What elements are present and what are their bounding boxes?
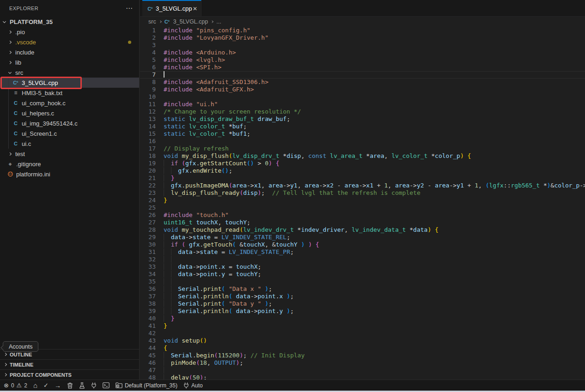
line-number[interactable]: 17 [140, 145, 156, 152]
pio-terminal-button[interactable] [103, 380, 110, 391]
code-line-12[interactable]: 12/* Change to your screen resolution */ [140, 108, 585, 115]
pio-serial-monitor-button[interactable] [91, 380, 97, 391]
line-number[interactable]: 15 [140, 130, 156, 138]
tree-item--vscode[interactable]: .vscode [0, 37, 139, 47]
line-number[interactable]: 41 [140, 322, 156, 330]
line-number[interactable]: 43 [140, 337, 156, 344]
line-number[interactable]: 25 [140, 204, 156, 211]
line-number[interactable]: 6 [140, 64, 156, 71]
line-number[interactable]: 30 [140, 241, 156, 248]
code-line-17[interactable]: 17// Display refresh [140, 145, 585, 152]
tree-item-lib[interactable]: lib [0, 57, 139, 67]
tab-3-5lvgl-cpp[interactable]: C+ 3_5LVGL.cpp ✕ [142, 0, 201, 16]
code-line-35[interactable]: 35 [140, 278, 585, 285]
line-number[interactable]: 8 [140, 78, 156, 86]
code-line-29[interactable]: 29 data->state = LV_INDEV_STATE_REL; [140, 234, 585, 241]
line-number[interactable]: 5 [140, 56, 156, 64]
code-line-15[interactable]: 15static lv_color_t *buf1; [140, 130, 585, 138]
pio-home-button[interactable]: ⌂ [33, 380, 37, 391]
breadcrumb-folder[interactable]: src [148, 18, 156, 25]
code-line-21[interactable]: 21 } [140, 175, 585, 182]
line-number[interactable]: 34 [140, 271, 156, 278]
tree-item-src[interactable]: src [0, 67, 139, 78]
code-line-39[interactable]: 39 Serial.println( data->point.y ); [140, 308, 585, 315]
line-number[interactable]: 40 [140, 315, 156, 322]
line-number[interactable]: 45 [140, 352, 156, 359]
pio-test-button[interactable] [79, 380, 85, 391]
section-timeline[interactable]: TIMELINE [0, 359, 139, 369]
code-line-19[interactable]: 19 if (gfx.getStartCount() > 0) { [140, 160, 585, 167]
code-line-43[interactable]: 43void setup() [140, 337, 585, 344]
serial-port-auto[interactable]: Auto [183, 380, 203, 391]
line-number[interactable]: 2 [140, 34, 156, 42]
code-line-6[interactable]: 6#include <SPI.h> [140, 64, 585, 71]
line-number[interactable]: 27 [140, 219, 156, 226]
code-line-23[interactable]: 23 lv_disp_flush_ready(disp); // Tell lv… [140, 189, 585, 197]
code-line-11[interactable]: 11#include "ui.h" [140, 101, 585, 108]
code-line-26[interactable]: 26#include "touch.h" [140, 211, 585, 219]
code-line-32[interactable]: 32 [140, 256, 585, 263]
line-number[interactable]: 18 [140, 152, 156, 160]
tree-item-include[interactable]: include [0, 47, 139, 57]
code-editor[interactable]: 1#include "pins_config.h"2#include "Lovy… [140, 27, 585, 381]
tree-item-ui-screen1-c[interactable]: Cui_Screen1.c [0, 128, 139, 139]
line-number[interactable]: 19 [140, 160, 156, 167]
line-number[interactable]: 46 [140, 359, 156, 367]
code-line-46[interactable]: 46 pinMode(18, OUTPUT); [140, 359, 585, 367]
line-number[interactable]: 12 [140, 108, 156, 115]
code-line-9[interactable]: 9#include <Adafruit_GFX.h> [140, 86, 585, 93]
code-line-7[interactable]: 7 [140, 71, 585, 78]
code-line-2[interactable]: 2#include "LovyanGFX_Driver.h" [140, 34, 585, 42]
more-actions-icon[interactable]: ⋯ [126, 6, 133, 11]
line-number[interactable]: 36 [140, 285, 156, 293]
line-number[interactable]: 26 [140, 211, 156, 219]
line-number[interactable]: 32 [140, 256, 156, 263]
line-number[interactable]: 20 [140, 167, 156, 175]
code-line-5[interactable]: 5#include <lvgl.h> [140, 56, 585, 64]
line-number[interactable]: 44 [140, 344, 156, 352]
line-number[interactable]: 47 [140, 367, 156, 374]
line-number[interactable]: 38 [140, 300, 156, 308]
code-line-1[interactable]: 1#include "pins_config.h" [140, 27, 585, 34]
section-project-components[interactable]: PROJECT COMPONENTS [0, 369, 139, 380]
line-number[interactable]: 28 [140, 226, 156, 234]
line-number[interactable]: 1 [140, 27, 156, 34]
code-line-33[interactable]: 33 data->point.x = touchX; [140, 263, 585, 271]
tree-item-3-5lvgl-cpp[interactable]: C+3_5LVGL.cpp [0, 78, 139, 88]
code-line-27[interactable]: 27uint16_t touchX, touchY; [140, 219, 585, 226]
code-line-8[interactable]: 8#include <Adafruit_SSD1306.h> [140, 78, 585, 86]
code-line-13[interactable]: 13static lv_disp_draw_buf_t draw_buf; [140, 115, 585, 123]
code-line-41[interactable]: 41} [140, 322, 585, 330]
pio-upload-button[interactable]: → [55, 380, 61, 391]
problems-indicator[interactable]: ⊗ 0 ⚠ 2 [4, 380, 27, 391]
line-number[interactable]: 9 [140, 86, 156, 93]
line-number[interactable]: 33 [140, 263, 156, 271]
tree-item-platformio-ini[interactable]: platformio.ini [0, 169, 139, 179]
line-number[interactable]: 35 [140, 278, 156, 285]
code-line-3[interactable]: 3 [140, 42, 585, 49]
code-line-16[interactable]: 16 [140, 138, 585, 145]
line-number[interactable]: 31 [140, 248, 156, 256]
tree-item--pio[interactable]: .pio [0, 27, 139, 37]
line-number[interactable]: 13 [140, 115, 156, 123]
line-number[interactable]: 10 [140, 93, 156, 101]
code-line-34[interactable]: 34 data->point.y = touchY; [140, 271, 585, 278]
code-line-36[interactable]: 36 Serial.print( "Data x " ); [140, 285, 585, 293]
code-line-24[interactable]: 24} [140, 197, 585, 204]
code-line-47[interactable]: 47 [140, 367, 585, 374]
code-line-20[interactable]: 20 gfx.endWrite(); [140, 167, 585, 175]
tree-item-test[interactable]: test [0, 149, 139, 159]
line-number[interactable]: 37 [140, 293, 156, 300]
code-line-37[interactable]: 37 Serial.println( data->point.x ); [140, 293, 585, 300]
tree-item-ui-helpers-c[interactable]: Cui_helpers.c [0, 108, 139, 118]
code-line-40[interactable]: 40 } [140, 315, 585, 322]
code-line-31[interactable]: 31 data->state = LV_INDEV_STATE_PR; [140, 248, 585, 256]
code-line-45[interactable]: 45 Serial.begin(115200); // Init Display [140, 352, 585, 359]
line-number[interactable]: 42 [140, 330, 156, 337]
line-number[interactable]: 3 [140, 42, 156, 49]
close-tab-icon[interactable]: ✕ [193, 6, 197, 12]
pio-clean-button[interactable] [67, 380, 73, 391]
code-line-44[interactable]: 44{ [140, 344, 585, 352]
line-number[interactable]: 23 [140, 189, 156, 197]
line-number[interactable]: 16 [140, 138, 156, 145]
